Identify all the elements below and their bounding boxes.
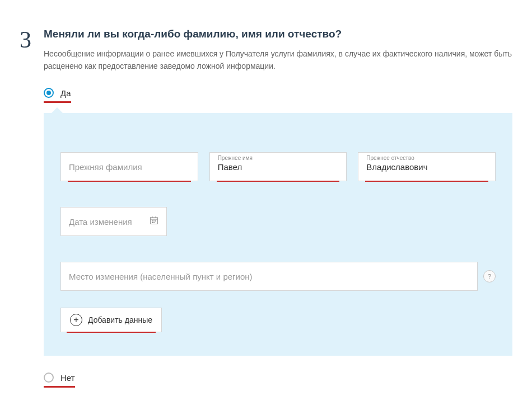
step-number: 3	[20, 28, 31, 51]
expanded-panel: Прежняя фамилия Прежнее имя Павел Прежне…	[44, 113, 512, 356]
previous-patronymic-value: Владиславович	[366, 162, 427, 172]
change-date-placeholder: Дата изменения	[69, 217, 132, 227]
svg-rect-5	[153, 220, 155, 221]
help-icon[interactable]: ?	[483, 270, 496, 282]
radio-option-yes[interactable]: Да	[44, 88, 71, 103]
add-data-label: Добавить данные	[88, 315, 152, 324]
radio-no-label: Нет	[60, 373, 75, 383]
add-data-button[interactable]: + Добавить данные	[60, 308, 162, 332]
radio-yes-dot	[46, 91, 51, 95]
previous-name-label: Прежнее имя	[218, 155, 253, 161]
svg-rect-6	[155, 220, 156, 221]
change-place-placeholder: Место изменения (населенный пункт и реги…	[69, 272, 253, 281]
svg-rect-4	[152, 220, 153, 221]
svg-rect-8	[153, 222, 155, 223]
previous-surname-field[interactable]: Прежняя фамилия	[60, 152, 198, 181]
previous-name-field[interactable]: Прежнее имя Павел	[209, 152, 347, 181]
previous-patronymic-field[interactable]: Прежнее отчество Владиславович	[358, 152, 496, 181]
calendar-icon[interactable]	[150, 216, 158, 227]
radio-yes-label: Да	[60, 88, 71, 98]
previous-name-value: Павел	[218, 162, 242, 172]
radio-option-no[interactable]: Нет	[44, 373, 75, 388]
question-subtext: Несообщение информации о ранее имевшихся…	[44, 48, 512, 72]
previous-surname-placeholder: Прежняя фамилия	[69, 162, 142, 172]
radio-yes-circle[interactable]	[44, 88, 54, 98]
change-place-field[interactable]: Место изменения (населенный пункт и реги…	[60, 262, 478, 291]
radio-no-circle[interactable]	[44, 373, 54, 383]
question-heading: Меняли ли вы когда-либо фамилию, имя или…	[44, 28, 512, 40]
previous-patronymic-label: Прежнее отчество	[366, 155, 414, 161]
svg-rect-7	[152, 222, 153, 223]
plus-icon: +	[70, 314, 82, 326]
change-date-field[interactable]: Дата изменения	[60, 207, 167, 236]
